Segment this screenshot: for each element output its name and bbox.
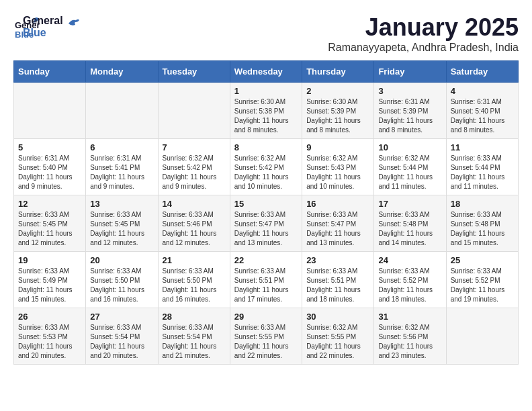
- logo-blue-text: Blue: [23, 27, 63, 39]
- day-number: 19: [18, 255, 81, 265]
- day-cell: 12Sunrise: 6:33 AMSunset: 5:45 PMDayligh…: [14, 195, 86, 252]
- day-number: 29: [234, 312, 298, 322]
- day-cell: 30Sunrise: 6:32 AMSunset: 5:55 PMDayligh…: [302, 308, 374, 365]
- day-cell: 17Sunrise: 6:33 AMSunset: 5:48 PMDayligh…: [374, 195, 446, 252]
- day-info: Sunrise: 6:32 AMSunset: 5:44 PMDaylight:…: [378, 154, 441, 191]
- day-cell: 14Sunrise: 6:33 AMSunset: 5:46 PMDayligh…: [158, 195, 230, 252]
- day-info: Sunrise: 6:33 AMSunset: 5:44 PMDaylight:…: [451, 154, 514, 191]
- day-info: Sunrise: 6:33 AMSunset: 5:48 PMDaylight:…: [451, 210, 514, 248]
- day-info: Sunrise: 6:32 AMSunset: 5:43 PMDaylight:…: [306, 154, 369, 191]
- col-header-saturday: Saturday: [446, 61, 518, 83]
- day-number: 24: [378, 255, 441, 265]
- day-number: 1: [234, 86, 298, 96]
- day-info: Sunrise: 6:33 AMSunset: 5:55 PMDaylight:…: [234, 323, 298, 361]
- day-number: 20: [90, 255, 153, 265]
- day-info: Sunrise: 6:32 AMSunset: 5:55 PMDaylight:…: [306, 323, 369, 361]
- day-info: Sunrise: 6:33 AMSunset: 5:48 PMDaylight:…: [378, 210, 441, 248]
- header-row: SundayMondayTuesdayWednesdayThursdayFrid…: [14, 61, 519, 83]
- day-info: Sunrise: 6:32 AMSunset: 5:42 PMDaylight:…: [163, 154, 226, 191]
- day-number: 5: [18, 142, 81, 152]
- col-header-sunday: Sunday: [14, 61, 86, 83]
- month-title: January 2025: [328, 13, 519, 42]
- day-number: 23: [306, 255, 369, 265]
- day-info: Sunrise: 6:32 AMSunset: 5:42 PMDaylight:…: [234, 154, 298, 191]
- col-header-wednesday: Wednesday: [230, 61, 302, 83]
- day-info: Sunrise: 6:33 AMSunset: 5:54 PMDaylight:…: [163, 323, 226, 361]
- day-number: 26: [18, 312, 81, 322]
- calendar-body: 1Sunrise: 6:30 AMSunset: 5:38 PMDaylight…: [14, 83, 519, 365]
- day-info: Sunrise: 6:33 AMSunset: 5:52 PMDaylight:…: [451, 267, 514, 304]
- day-info: Sunrise: 6:33 AMSunset: 5:53 PMDaylight:…: [18, 323, 81, 361]
- day-cell: 28Sunrise: 6:33 AMSunset: 5:54 PMDayligh…: [158, 308, 230, 365]
- logo-bird-icon: [67, 17, 81, 30]
- day-cell: 20Sunrise: 6:33 AMSunset: 5:50 PMDayligh…: [86, 252, 158, 308]
- day-cell: 13Sunrise: 6:33 AMSunset: 5:45 PMDayligh…: [86, 195, 158, 252]
- day-number: 13: [90, 199, 153, 209]
- day-number: 7: [163, 142, 226, 152]
- day-cell: 4Sunrise: 6:31 AMSunset: 5:40 PMDaylight…: [446, 83, 518, 139]
- logo: General Blue General Blue: [13, 13, 81, 40]
- day-cell: 9Sunrise: 6:32 AMSunset: 5:43 PMDaylight…: [302, 139, 374, 195]
- day-number: 25: [451, 255, 514, 265]
- week-row-2: 5Sunrise: 6:31 AMSunset: 5:40 PMDaylight…: [14, 139, 519, 195]
- day-number: 12: [18, 199, 81, 209]
- day-info: Sunrise: 6:33 AMSunset: 5:45 PMDaylight:…: [90, 210, 153, 248]
- day-cell: 3Sunrise: 6:31 AMSunset: 5:39 PMDaylight…: [374, 83, 446, 139]
- day-number: 15: [234, 199, 298, 209]
- day-cell: 6Sunrise: 6:31 AMSunset: 5:41 PMDaylight…: [86, 139, 158, 195]
- day-info: Sunrise: 6:33 AMSunset: 5:47 PMDaylight:…: [234, 210, 298, 248]
- day-info: Sunrise: 6:32 AMSunset: 5:56 PMDaylight:…: [378, 323, 441, 361]
- day-info: Sunrise: 6:33 AMSunset: 5:51 PMDaylight:…: [306, 267, 369, 304]
- day-cell: 7Sunrise: 6:32 AMSunset: 5:42 PMDaylight…: [158, 139, 230, 195]
- day-number: 17: [378, 199, 441, 209]
- day-cell: 26Sunrise: 6:33 AMSunset: 5:53 PMDayligh…: [14, 308, 86, 365]
- day-info: Sunrise: 6:31 AMSunset: 5:40 PMDaylight:…: [451, 97, 514, 135]
- day-info: Sunrise: 6:33 AMSunset: 5:51 PMDaylight:…: [234, 267, 298, 304]
- day-number: 18: [451, 199, 514, 209]
- day-cell: [158, 83, 230, 139]
- day-number: 14: [163, 199, 226, 209]
- day-cell: [86, 83, 158, 139]
- day-cell: 24Sunrise: 6:33 AMSunset: 5:52 PMDayligh…: [374, 252, 446, 308]
- week-row-3: 12Sunrise: 6:33 AMSunset: 5:45 PMDayligh…: [14, 195, 519, 252]
- day-number: 30: [306, 312, 369, 322]
- col-header-thursday: Thursday: [302, 61, 374, 83]
- day-cell: 22Sunrise: 6:33 AMSunset: 5:51 PMDayligh…: [230, 252, 302, 308]
- day-cell: [446, 308, 518, 365]
- week-row-1: 1Sunrise: 6:30 AMSunset: 5:38 PMDaylight…: [14, 83, 519, 139]
- week-row-5: 26Sunrise: 6:33 AMSunset: 5:53 PMDayligh…: [14, 308, 519, 365]
- day-info: Sunrise: 6:33 AMSunset: 5:45 PMDaylight:…: [18, 210, 81, 248]
- col-header-friday: Friday: [374, 61, 446, 83]
- day-number: 27: [90, 312, 153, 322]
- day-info: Sunrise: 6:33 AMSunset: 5:49 PMDaylight:…: [18, 267, 81, 304]
- day-cell: 31Sunrise: 6:32 AMSunset: 5:56 PMDayligh…: [374, 308, 446, 365]
- day-number: 3: [378, 86, 441, 96]
- title-block: January 2025 Ramanayyapeta, Andhra Prade…: [328, 13, 519, 54]
- day-cell: 2Sunrise: 6:30 AMSunset: 5:39 PMDaylight…: [302, 83, 374, 139]
- day-number: 4: [451, 86, 514, 96]
- day-cell: 21Sunrise: 6:33 AMSunset: 5:50 PMDayligh…: [158, 252, 230, 308]
- day-cell: 1Sunrise: 6:30 AMSunset: 5:38 PMDaylight…: [230, 83, 302, 139]
- calendar-header: SundayMondayTuesdayWednesdayThursdayFrid…: [14, 61, 519, 83]
- day-cell: 25Sunrise: 6:33 AMSunset: 5:52 PMDayligh…: [446, 252, 518, 308]
- col-header-tuesday: Tuesday: [158, 61, 230, 83]
- day-info: Sunrise: 6:31 AMSunset: 5:39 PMDaylight:…: [378, 97, 441, 135]
- day-info: Sunrise: 6:30 AMSunset: 5:38 PMDaylight:…: [234, 97, 298, 135]
- logo-general-text: General: [23, 15, 63, 27]
- day-info: Sunrise: 6:33 AMSunset: 5:47 PMDaylight:…: [306, 210, 369, 248]
- day-info: Sunrise: 6:31 AMSunset: 5:41 PMDaylight:…: [90, 154, 153, 191]
- day-cell: 5Sunrise: 6:31 AMSunset: 5:40 PMDaylight…: [14, 139, 86, 195]
- day-number: 22: [234, 255, 298, 265]
- day-cell: 11Sunrise: 6:33 AMSunset: 5:44 PMDayligh…: [446, 139, 518, 195]
- day-cell: 18Sunrise: 6:33 AMSunset: 5:48 PMDayligh…: [446, 195, 518, 252]
- day-info: Sunrise: 6:33 AMSunset: 5:54 PMDaylight:…: [90, 323, 153, 361]
- day-number: 9: [306, 142, 369, 152]
- location: Ramanayyapeta, Andhra Pradesh, India: [328, 42, 519, 54]
- day-number: 31: [378, 312, 441, 322]
- day-number: 10: [378, 142, 441, 152]
- day-cell: 23Sunrise: 6:33 AMSunset: 5:51 PMDayligh…: [302, 252, 374, 308]
- day-cell: 8Sunrise: 6:32 AMSunset: 5:42 PMDaylight…: [230, 139, 302, 195]
- page-header: General Blue General Blue January 2025 R…: [13, 13, 519, 54]
- day-cell: [14, 83, 86, 139]
- day-info: Sunrise: 6:33 AMSunset: 5:46 PMDaylight:…: [163, 210, 226, 248]
